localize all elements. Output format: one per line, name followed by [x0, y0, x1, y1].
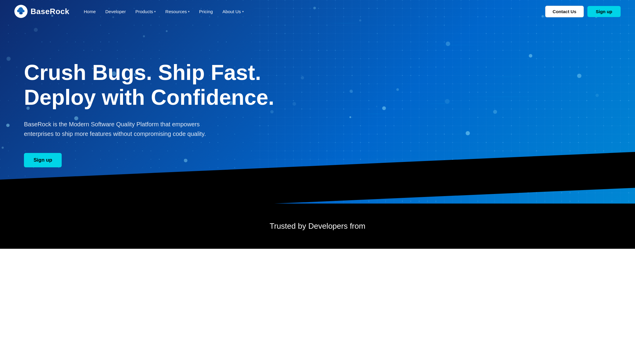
logo-icon [14, 5, 28, 18]
about-dropdown-chevron: ▾ [242, 10, 244, 13]
nav-about[interactable]: About Us ▾ [222, 9, 244, 14]
header-actions: Contact Us Sign up [545, 6, 621, 17]
nav-products[interactable]: Products ▾ [135, 9, 156, 14]
hero-section: Crush Bugs. Ship Fast. Deploy with Confi… [0, 0, 635, 204]
navigation: Home Developer Products ▾ Resources ▾ Pr… [84, 9, 545, 14]
hero-title: Crush Bugs. Ship Fast. Deploy with Confi… [24, 60, 293, 110]
trusted-text: Trusted by Developers from [14, 222, 621, 231]
logo-text: BaseRock [31, 7, 69, 16]
signup-hero-button[interactable]: Sign up [24, 153, 62, 167]
contact-button[interactable]: Contact Us [545, 6, 584, 17]
nav-pricing[interactable]: Pricing [199, 9, 213, 14]
header: BaseRock Home Developer Products ▾ Resou… [0, 0, 635, 23]
nav-home[interactable]: Home [84, 9, 96, 14]
nav-developer[interactable]: Developer [105, 9, 126, 14]
resources-dropdown-chevron: ▾ [188, 10, 190, 13]
products-dropdown-chevron: ▾ [154, 10, 156, 13]
svg-point-1 [19, 12, 23, 14]
nav-resources[interactable]: Resources ▾ [165, 9, 190, 14]
hero-content: Crush Bugs. Ship Fast. Deploy with Confi… [24, 36, 293, 167]
logo[interactable]: BaseRock [14, 5, 69, 18]
bottom-section: Trusted by Developers from [0, 204, 635, 249]
hero-description: BaseRock is the Modern Software Quality … [24, 119, 228, 139]
signup-nav-button[interactable]: Sign up [587, 6, 621, 17]
